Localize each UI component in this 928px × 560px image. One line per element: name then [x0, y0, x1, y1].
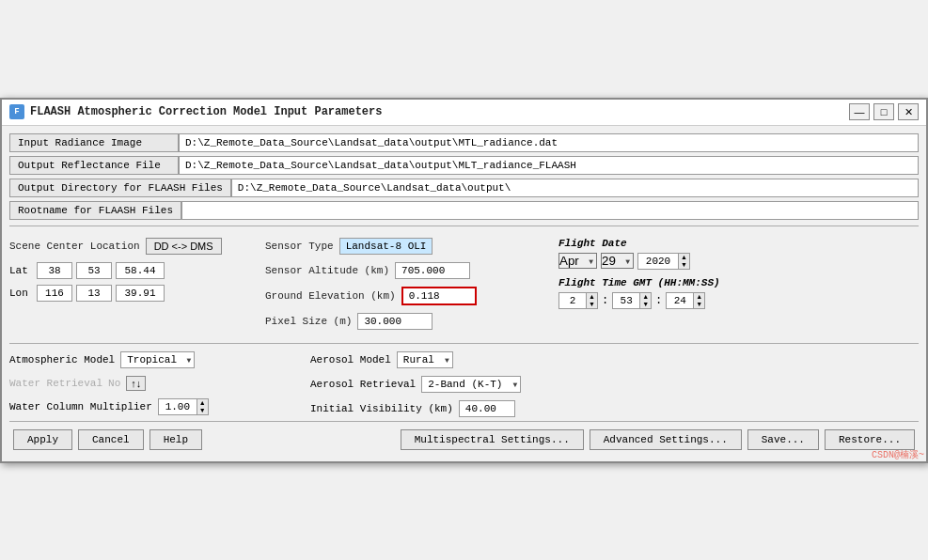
sensor-altitude-label: Sensor Altitude (km) — [265, 265, 389, 276]
save-button[interactable]: Save... — [747, 429, 819, 450]
output-reflectance-field[interactable] — [179, 156, 919, 175]
water-retrieval-row: Water Retrieval No ↑↓ — [9, 376, 291, 391]
app-icon: F — [9, 104, 24, 119]
pixel-size-row: Pixel Size (m) — [265, 313, 547, 330]
aerosol-retrieval-select[interactable]: 2-Band (K-T) — [421, 376, 521, 393]
time-colon-1: : — [602, 294, 608, 307]
hour-spinner: ▲ ▼ — [558, 292, 598, 309]
sensor-type-dropdown[interactable]: Landsat-8 OLI — [339, 238, 433, 255]
water-retrieval-sort-button[interactable]: ↑↓ — [126, 376, 146, 391]
flight-time-label: Flight Time GMT (HH:MM:SS) — [558, 277, 919, 288]
atmospheric-model-select[interactable]: Tropical — [120, 351, 195, 368]
output-directory-label: Output Directory for FLAASH Files — [9, 179, 231, 197]
apply-button[interactable]: Apply — [13, 429, 72, 450]
lon-deg-input[interactable] — [37, 285, 72, 302]
water-column-multiplier-row: Water Column Multiplier ▲ ▼ — [9, 398, 291, 415]
wcm-spinner: ▲ ▼ — [158, 398, 209, 415]
cancel-button[interactable]: Cancel — [78, 429, 144, 450]
lat-row: Lat — [9, 262, 254, 279]
flight-year-spinner: ▲ ▼ — [637, 253, 690, 270]
lat-label: Lat — [9, 265, 33, 276]
hour-input[interactable] — [559, 293, 586, 308]
lon-row: Lon — [9, 285, 254, 302]
time-colon-2: : — [655, 294, 662, 307]
sensor-type-row: Sensor Type Landsat-8 OLI — [265, 238, 547, 255]
water-retrieval-label: Water Retrieval — [9, 378, 102, 389]
advanced-settings-button[interactable]: Advanced Settings... — [590, 429, 742, 450]
lat-sec-input[interactable] — [116, 262, 165, 279]
lon-label: Lon — [9, 288, 33, 299]
second-input[interactable] — [667, 293, 693, 308]
input-radiance-label: Input Radiance Image — [9, 133, 179, 152]
hour-up-arrow[interactable]: ▲ — [587, 293, 597, 301]
sensor-altitude-input[interactable] — [395, 262, 470, 279]
maximize-button[interactable]: □ — [873, 103, 894, 120]
ground-elevation-input[interactable] — [401, 287, 477, 305]
output-reflectance-label: Output Reflectance File — [9, 156, 179, 175]
wcm-label: Water Column Multiplier — [9, 401, 152, 412]
second-up-arrow[interactable]: ▲ — [694, 293, 704, 301]
second-down-arrow[interactable]: ▼ — [694, 301, 704, 308]
output-directory-field[interactable] — [231, 179, 919, 197]
visibility-input[interactable] — [459, 400, 515, 417]
aerosol-model-select[interactable]: Rural — [397, 351, 453, 368]
flight-day-select[interactable]: 29 — [601, 253, 634, 269]
aerosol-retrieval-row: Aerosol Retrieval 2-Band (K-T) — [310, 376, 919, 393]
wcm-input[interactable] — [159, 399, 197, 414]
minute-spinner: ▲ ▼ — [612, 292, 652, 309]
year-up-arrow[interactable]: ▲ — [679, 254, 689, 261]
lon-sec-input[interactable] — [116, 285, 165, 302]
year-down-arrow[interactable]: ▼ — [679, 261, 689, 269]
water-retrieval-value: No — [108, 378, 120, 389]
atmospheric-model-row: Atmospheric Model Tropical — [9, 351, 291, 368]
watermark-text: CSDN@楠溪~ — [872, 448, 924, 461]
output-directory-row: Output Directory for FLAASH Files — [9, 179, 919, 197]
window-controls: — □ ✕ — [849, 103, 919, 120]
restore-button[interactable]: Restore... — [825, 429, 915, 450]
aerosol-retrieval-label: Aerosol Retrieval — [310, 379, 416, 390]
second-spinner: ▲ ▼ — [666, 292, 705, 309]
visibility-row: Initial Visibility (km) — [310, 400, 919, 417]
minute-down-arrow[interactable]: ▼ — [640, 301, 651, 308]
ground-elevation-row: Ground Elevation (km) — [265, 287, 547, 305]
pixel-size-input[interactable] — [357, 313, 433, 330]
sensor-type-label: Sensor Type — [265, 241, 334, 252]
lat-min-input[interactable] — [76, 262, 112, 279]
minute-up-arrow[interactable]: ▲ — [640, 293, 651, 301]
hour-down-arrow[interactable]: ▼ — [587, 301, 597, 308]
flight-year-input[interactable] — [638, 254, 678, 269]
pixel-size-label: Pixel Size (m) — [265, 316, 352, 327]
aerosol-model-label: Aerosol Model — [310, 354, 391, 366]
dd-dms-button[interactable]: DD <-> DMS — [146, 238, 222, 255]
flight-month-select[interactable]: Apr — [558, 253, 597, 269]
window-title: FLAASH Atmospheric Correction Model Inpu… — [30, 105, 382, 118]
input-radiance-field[interactable] — [179, 133, 919, 152]
lat-deg-input[interactable] — [37, 262, 72, 279]
aerosol-model-row: Aerosol Model Rural — [310, 351, 919, 368]
scene-location-label: Scene Center Location — [9, 241, 140, 252]
multispectral-settings-button[interactable]: Multispectral Settings... — [401, 429, 584, 450]
help-button[interactable]: Help — [149, 429, 202, 450]
lon-min-input[interactable] — [76, 285, 112, 302]
ground-elevation-label: Ground Elevation (km) — [265, 290, 396, 302]
atmospheric-model-label: Atmospheric Model — [9, 354, 115, 366]
rootname-field[interactable] — [181, 201, 919, 220]
close-button[interactable]: ✕ — [898, 103, 919, 120]
rootname-label: Rootname for FLAASH Files — [9, 201, 181, 220]
wcm-up-arrow[interactable]: ▲ — [197, 399, 208, 407]
minute-input[interactable] — [613, 293, 639, 308]
minimize-button[interactable]: — — [849, 103, 870, 120]
visibility-label: Initial Visibility (km) — [310, 403, 453, 414]
wcm-down-arrow[interactable]: ▼ — [197, 407, 208, 414]
rootname-row: Rootname for FLAASH Files — [9, 201, 919, 220]
flight-date-label: Flight Date — [558, 238, 919, 249]
output-reflectance-row: Output Reflectance File — [9, 156, 919, 175]
input-radiance-row: Input Radiance Image — [9, 133, 919, 152]
sensor-altitude-row: Sensor Altitude (km) — [265, 262, 547, 279]
